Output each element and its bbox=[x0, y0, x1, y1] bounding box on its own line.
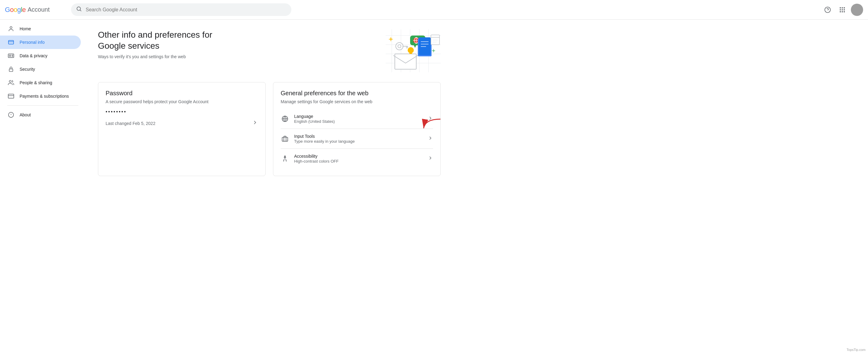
accessibility-icon bbox=[281, 154, 289, 163]
page-title: Other info and preferences for Google se… bbox=[98, 29, 212, 52]
password-row: Last changed Feb 5, 2022 bbox=[105, 119, 258, 127]
svg-point-54 bbox=[408, 47, 414, 53]
svg-rect-21 bbox=[9, 69, 13, 71]
main-content: Other info and preferences for Google se… bbox=[86, 20, 453, 354]
sidebar-item-about-label: About bbox=[20, 112, 31, 117]
svg-rect-63 bbox=[282, 137, 288, 141]
sidebar-item-security[interactable]: Security bbox=[0, 62, 81, 76]
about-icon bbox=[7, 112, 15, 118]
input-tools-text: Input Tools Type more easily in your lan… bbox=[294, 134, 423, 144]
password-last-changed: Last changed Feb 5, 2022 bbox=[105, 121, 155, 126]
svg-rect-23 bbox=[8, 94, 14, 98]
password-chevron-icon bbox=[252, 119, 258, 127]
svg-rect-55 bbox=[431, 35, 439, 45]
sidebar-item-personal-info-label: Personal info bbox=[20, 40, 45, 45]
payments-icon bbox=[7, 93, 15, 99]
accessibility-chevron-icon bbox=[428, 155, 433, 162]
password-card[interactable]: Password A secure password helps protect… bbox=[98, 82, 266, 176]
watermark: TopsTip.com bbox=[846, 348, 866, 352]
help-button[interactable] bbox=[822, 4, 834, 16]
svg-point-64 bbox=[284, 156, 285, 157]
account-label: Account bbox=[28, 6, 50, 13]
input-tools-icon bbox=[281, 135, 289, 143]
sidebar-item-people-sharing[interactable]: People & sharing bbox=[0, 76, 81, 89]
svg-rect-8 bbox=[842, 9, 843, 10]
language-chevron-icon bbox=[428, 115, 433, 122]
password-card-title: Password bbox=[105, 90, 258, 97]
sidebar-item-security-label: Security bbox=[20, 67, 35, 72]
svg-point-39 bbox=[398, 45, 401, 48]
security-icon bbox=[7, 66, 15, 72]
svg-point-0 bbox=[77, 7, 81, 10]
svg-point-17 bbox=[9, 55, 11, 57]
people-sharing-icon bbox=[7, 80, 15, 86]
svg-rect-5 bbox=[842, 7, 843, 8]
google-account-logo[interactable]: Google Account bbox=[5, 6, 66, 14]
svg-point-38 bbox=[396, 42, 403, 50]
header-actions bbox=[822, 4, 863, 16]
language-icon bbox=[281, 115, 289, 123]
page-header: Other info and preferences for Google se… bbox=[98, 29, 441, 72]
svg-rect-7 bbox=[840, 9, 841, 10]
sidebar-item-home-label: Home bbox=[20, 26, 31, 31]
svg-rect-14 bbox=[8, 40, 14, 44]
page-subtitle: Ways to verify it's you and settings for… bbox=[98, 54, 212, 59]
svg-rect-11 bbox=[842, 11, 843, 12]
sidebar-item-about[interactable]: About bbox=[0, 108, 81, 122]
accessibility-text: Accessibility High-contrast colors OFF bbox=[294, 154, 423, 164]
sidebar-item-payments[interactable]: Payments & subscriptions bbox=[0, 89, 81, 103]
page-header-text: Other info and preferences for Google se… bbox=[98, 29, 212, 59]
search-bar bbox=[71, 3, 291, 16]
svg-rect-10 bbox=[840, 11, 841, 12]
svg-rect-9 bbox=[844, 9, 845, 10]
general-prefs-card: General preferences for the web Manage s… bbox=[273, 82, 441, 176]
sidebar-item-data-privacy-label: Data & privacy bbox=[20, 53, 48, 58]
general-prefs-subtitle: Manage settings for Google services on t… bbox=[281, 99, 433, 104]
page-illustration bbox=[385, 29, 441, 72]
sidebar: Home Personal info bbox=[0, 20, 86, 354]
google-logo: Google bbox=[5, 6, 26, 14]
apps-button[interactable] bbox=[836, 4, 848, 16]
search-icon bbox=[76, 6, 82, 13]
sidebar-divider bbox=[7, 105, 79, 106]
svg-rect-37 bbox=[395, 54, 416, 69]
sidebar-item-payments-label: Payments & subscriptions bbox=[20, 94, 69, 98]
accessibility-item[interactable]: Accessibility High-contrast colors OFF bbox=[281, 149, 433, 169]
data-privacy-icon bbox=[7, 53, 15, 59]
svg-line-1 bbox=[80, 10, 82, 11]
svg-point-22 bbox=[9, 81, 11, 83]
input-tools-item[interactable]: Input Tools Type more easily in your lan… bbox=[281, 129, 433, 149]
search-input[interactable] bbox=[86, 7, 286, 12]
sidebar-item-personal-info[interactable]: Personal info bbox=[0, 35, 81, 49]
password-card-subtitle: A secure password helps protect your Goo… bbox=[105, 99, 258, 104]
page-layout: Home Personal info bbox=[0, 20, 868, 354]
sidebar-item-people-sharing-label: People & sharing bbox=[20, 80, 52, 85]
input-tools-chevron-icon bbox=[428, 135, 433, 142]
personal-info-icon bbox=[7, 39, 15, 45]
svg-rect-4 bbox=[840, 7, 841, 8]
svg-point-13 bbox=[10, 27, 12, 29]
app-header: Google Account bbox=[0, 0, 868, 20]
svg-rect-6 bbox=[844, 7, 845, 8]
general-prefs-title: General preferences for the web bbox=[281, 90, 433, 97]
home-icon bbox=[7, 26, 15, 32]
sidebar-item-home[interactable]: Home bbox=[0, 22, 81, 35]
cards-grid: Password A secure password helps protect… bbox=[98, 82, 441, 176]
language-item[interactable]: Language English (United States) bbox=[281, 109, 433, 129]
svg-marker-44 bbox=[414, 45, 416, 48]
sidebar-item-data-privacy[interactable]: Data & privacy bbox=[0, 49, 81, 62]
password-dots: •••••••• bbox=[105, 109, 258, 115]
avatar[interactable] bbox=[851, 4, 863, 16]
svg-rect-12 bbox=[844, 11, 845, 12]
language-text: Language English (United States) bbox=[294, 114, 423, 124]
